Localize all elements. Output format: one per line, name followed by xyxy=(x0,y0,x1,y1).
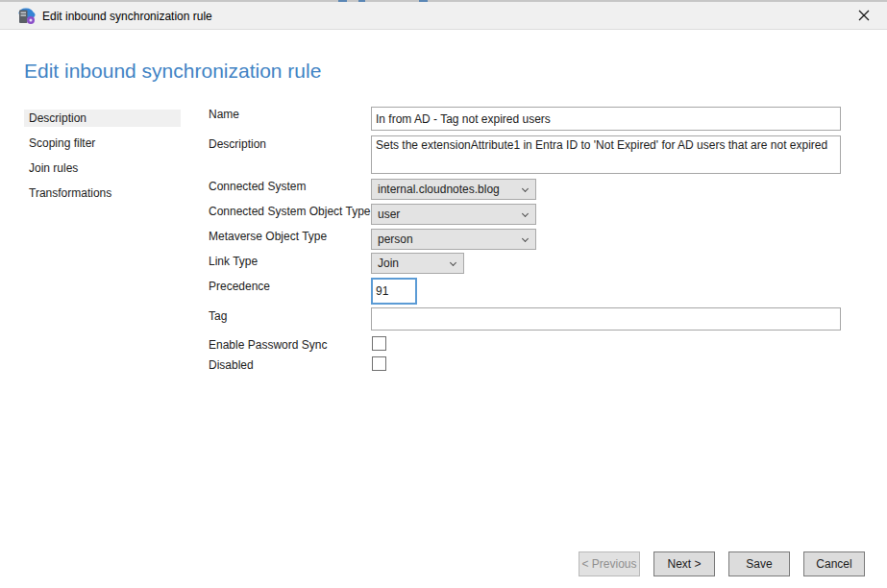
close-icon[interactable] xyxy=(847,3,881,28)
enable-password-sync-label: Enable Password Sync xyxy=(209,338,327,352)
link-type-select[interactable]: Join xyxy=(371,253,464,274)
enable-password-sync-checkbox[interactable] xyxy=(372,336,386,351)
titlebar: Edit inbound synchronization rule xyxy=(0,2,887,30)
description-label: Description xyxy=(209,137,266,151)
page-title: Edit inbound synchronization rule xyxy=(24,60,321,83)
connected-system-select[interactable]: internal.cloudnotes.blog xyxy=(371,179,536,200)
tag-label: Tag xyxy=(209,309,227,323)
next-button[interactable]: Next > xyxy=(653,551,715,576)
sidebar-item-transformations[interactable]: Transformations xyxy=(24,184,181,202)
tag-input[interactable] xyxy=(371,307,841,331)
sidebar-item-description[interactable]: Description xyxy=(24,110,181,127)
name-label: Name xyxy=(209,108,239,121)
precedence-label: Precedence xyxy=(209,280,270,293)
cancel-button[interactable]: Cancel xyxy=(803,551,865,576)
description-input[interactable]: Sets the extensionAttribute1 in Entra ID… xyxy=(371,135,841,174)
chevron-down-icon xyxy=(450,259,456,266)
save-button[interactable]: Save xyxy=(728,551,790,576)
link-type-label: Link Type xyxy=(209,255,258,268)
disabled-checkbox[interactable] xyxy=(372,356,386,371)
metaverse-object-type-select[interactable]: person xyxy=(371,229,536,250)
metaverse-object-type-label: Metaverse Object Type xyxy=(209,230,327,243)
chevron-down-icon xyxy=(522,235,529,242)
connected-system-label: Connected System xyxy=(209,180,306,193)
chevron-down-icon xyxy=(522,185,529,192)
disabled-label: Disabled xyxy=(209,358,254,372)
connected-system-object-type-value: user xyxy=(378,208,400,221)
precedence-input[interactable] xyxy=(371,278,417,305)
connected-system-object-type-select[interactable]: user xyxy=(371,204,536,225)
sidebar-item-join-rules[interactable]: Join rules xyxy=(24,159,181,177)
chevron-down-icon xyxy=(522,210,529,217)
link-type-value: Join xyxy=(378,257,399,270)
window-title: Edit inbound synchronization rule xyxy=(42,10,212,23)
connected-system-value: internal.cloudnotes.blog xyxy=(378,183,500,196)
name-input[interactable] xyxy=(371,107,841,131)
sidebar-item-scoping-filter[interactable]: Scoping filter xyxy=(24,135,181,152)
metaverse-object-type-value: person xyxy=(378,233,413,246)
connected-system-object-type-label: Connected System Object Type xyxy=(209,205,371,218)
previous-button[interactable]: < Previous xyxy=(579,551,640,576)
sync-rule-icon xyxy=(15,6,37,25)
